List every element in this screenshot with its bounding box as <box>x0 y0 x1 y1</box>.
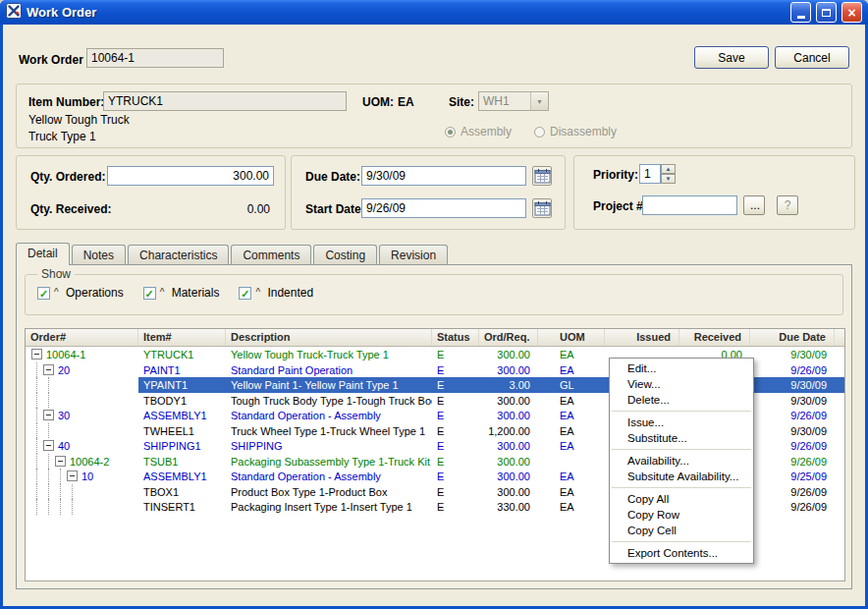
item-cell[interactable]: ASSEMBLY1 <box>138 408 226 423</box>
description-cell[interactable]: Product Box Type 1-Product Box <box>226 484 432 500</box>
column-header-issued[interactable]: Issued <box>605 329 679 346</box>
checkbox-icon[interactable]: ✓ <box>239 287 251 300</box>
uom-cell[interactable]: EA <box>538 408 605 423</box>
due-date-cell[interactable]: 9/26/09 <box>750 362 835 378</box>
item-cell[interactable]: TSUB1 <box>138 454 226 470</box>
assembly-radio[interactable]: Assembly <box>445 125 512 138</box>
column-header-ord-req[interactable]: Ord/Req. <box>479 329 538 346</box>
menu-item-copy-cell[interactable]: Copy Cell <box>610 523 753 538</box>
uom-cell[interactable]: EA <box>538 347 605 362</box>
ordreq-cell[interactable]: 300.00 <box>479 454 538 470</box>
collapse-icon[interactable] <box>43 410 54 420</box>
checkbox-indented[interactable]: ✓^Indented <box>239 286 313 300</box>
due-date-input[interactable] <box>361 166 526 186</box>
tab-revision[interactable]: Revision <box>379 245 448 265</box>
item-cell[interactable]: TBODY1 <box>138 393 226 409</box>
start-date-input[interactable] <box>361 198 526 218</box>
disassembly-radio[interactable]: Disassembly <box>534 125 617 138</box>
close-button[interactable]: × <box>841 2 862 23</box>
status-cell[interactable]: E <box>432 499 479 515</box>
description-cell[interactable]: Yellow Tough Truck-Truck Type 1 <box>226 347 432 362</box>
status-cell[interactable]: E <box>432 454 479 470</box>
due-date-cell[interactable]: 9/30/09 <box>750 393 835 409</box>
ordreq-cell[interactable]: 300.00 <box>479 393 538 409</box>
menu-item-view[interactable]: View... <box>610 376 753 392</box>
due-date-cell[interactable]: 9/26/09 <box>750 438 835 454</box>
ordreq-cell[interactable]: 300.00 <box>479 408 538 423</box>
uom-cell[interactable]: EA <box>538 393 605 409</box>
description-cell[interactable]: Standard Paint Operation <box>226 362 432 378</box>
due-date-cell[interactable]: 9/26/09 <box>750 454 835 470</box>
collapse-icon[interactable] <box>31 349 42 360</box>
due-date-cell[interactable]: 9/26/09 <box>750 484 835 500</box>
restore-button[interactable] <box>816 2 837 23</box>
uom-cell[interactable]: EA <box>538 484 605 500</box>
description-cell[interactable]: Packaging Insert Type 1-Insert Type 1 <box>226 499 432 515</box>
collapse-icon[interactable] <box>43 440 54 451</box>
item-cell[interactable]: TBOX1 <box>138 484 226 500</box>
due-date-cell[interactable]: 9/30/09 <box>750 377 835 393</box>
status-cell[interactable]: E <box>432 423 479 439</box>
ordreq-cell[interactable]: 1,200.00 <box>479 423 538 439</box>
column-header-status[interactable]: Status <box>432 329 479 346</box>
tab-comments[interactable]: Comments <box>231 245 311 265</box>
description-cell[interactable]: Standard Operation - Assembly <box>226 408 432 423</box>
minimize-button[interactable] <box>790 2 811 23</box>
column-header-order[interactable]: Order# <box>26 329 138 346</box>
chevron-down-icon[interactable]: ▼ <box>530 92 548 110</box>
menu-item-substitute[interactable]: Substitute... <box>610 430 753 446</box>
description-cell[interactable]: Yellow Paint 1- Yellow Paint Type 1 <box>226 377 432 393</box>
ordreq-cell[interactable]: 300.00 <box>479 438 538 454</box>
status-cell[interactable]: E <box>432 484 479 500</box>
due-date-cell[interactable]: 9/25/09 <box>750 469 835 484</box>
ordreq-cell[interactable]: 300.00 <box>479 362 538 378</box>
description-cell[interactable]: Standard Operation - Assembly <box>226 469 432 484</box>
checkbox-operations[interactable]: ✓^Operations <box>37 286 124 300</box>
column-header-uom[interactable]: UOM <box>538 329 605 346</box>
uom-cell[interactable]: GL <box>538 377 605 393</box>
due-date-cell[interactable]: 9/30/09 <box>750 347 835 362</box>
checkbox-icon[interactable]: ✓ <box>37 287 50 300</box>
status-cell[interactable]: E <box>432 362 479 378</box>
collapse-icon[interactable] <box>43 364 54 375</box>
uom-cell[interactable]: EA <box>538 362 605 378</box>
due-date-cell[interactable]: 9/26/09 <box>750 408 835 423</box>
project-browse-button[interactable]: ... <box>743 195 765 215</box>
titlebar[interactable]: Work Order × <box>0 0 868 25</box>
help-button[interactable]: ? <box>777 195 798 215</box>
item-cell[interactable]: TINSERT1 <box>138 499 226 515</box>
item-cell[interactable]: YPAINT1 <box>138 377 226 393</box>
column-header-item[interactable]: Item# <box>138 329 226 346</box>
uom-cell[interactable]: EA <box>538 499 605 515</box>
item-cell[interactable]: YTRUCK1 <box>138 347 226 362</box>
site-select[interactable]: WH1 ▼ <box>478 91 549 111</box>
menu-item-delete[interactable]: Delete... <box>610 392 753 408</box>
start-date-calendar-icon[interactable] <box>532 198 552 218</box>
due-date-calendar-icon[interactable] <box>532 166 552 186</box>
description-cell[interactable]: SHIPPING <box>226 438 432 454</box>
checkbox-materials[interactable]: ✓^Materials <box>143 286 220 300</box>
tab-detail[interactable]: Detail <box>16 243 70 265</box>
item-cell[interactable]: TWHEEL1 <box>138 423 226 439</box>
project-input[interactable] <box>642 195 737 215</box>
status-cell[interactable]: E <box>432 438 479 454</box>
item-cell[interactable]: PAINT1 <box>138 362 226 378</box>
description-cell[interactable]: Tough Truck Body Type 1-Tough Truck Bod.… <box>226 393 432 409</box>
item-cell[interactable]: ASSEMBLY1 <box>138 469 226 484</box>
collapse-icon[interactable] <box>55 456 66 467</box>
menu-item-edit[interactable]: Edit... <box>610 360 753 376</box>
ordreq-cell[interactable]: 3.00 <box>479 377 538 393</box>
item-number-input[interactable] <box>103 91 347 111</box>
qty-ordered-input[interactable] <box>107 166 274 186</box>
tab-characteristics[interactable]: Characteristics <box>128 245 229 265</box>
status-cell[interactable]: E <box>432 469 479 484</box>
cancel-button[interactable]: Cancel <box>775 46 849 69</box>
checkbox-icon[interactable]: ✓ <box>143 287 156 300</box>
tab-costing[interactable]: Costing <box>313 245 377 265</box>
spin-down-icon[interactable]: ▼ <box>661 174 676 184</box>
menu-item-copy-all[interactable]: Copy All <box>610 491 753 507</box>
column-header-due-date[interactable]: Due Date <box>750 329 835 346</box>
status-cell[interactable]: E <box>432 377 479 393</box>
due-date-cell[interactable]: 9/26/09 <box>750 499 835 515</box>
collapse-icon[interactable] <box>67 471 78 481</box>
